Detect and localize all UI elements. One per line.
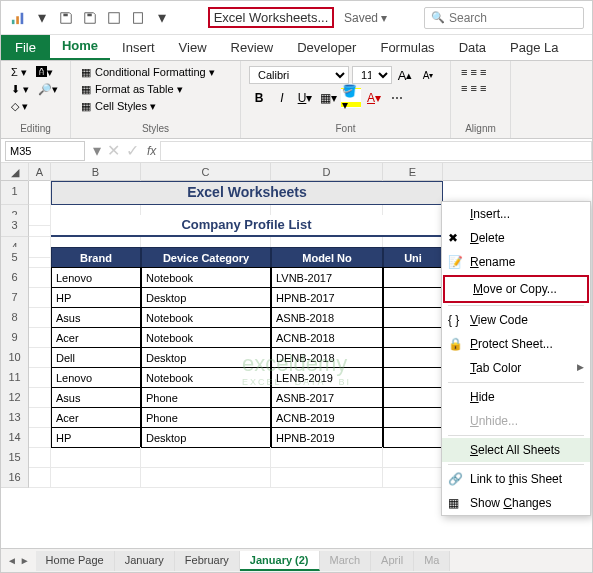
search-box[interactable]: 🔍: [424, 7, 584, 29]
italic-button[interactable]: I: [272, 88, 292, 108]
fill-button[interactable]: ⬇ ▾ 🔎▾: [9, 82, 62, 97]
format-table-button[interactable]: ▦Format as Table ▾: [79, 82, 232, 97]
save-status[interactable]: Saved ▾: [344, 11, 387, 25]
data-cell[interactable]: LVNB-2017: [271, 267, 383, 288]
clear-button[interactable]: ◇ ▾: [9, 99, 62, 114]
dropdown-icon[interactable]: ▾: [33, 9, 51, 27]
row-header[interactable]: 3: [1, 215, 29, 237]
data-cell[interactable]: HP: [51, 287, 141, 308]
row-header[interactable]: 10: [1, 347, 29, 368]
context-menu-item[interactable]: Link to this Sheet🔗: [442, 467, 590, 491]
data-cell[interactable]: Desktop: [141, 347, 271, 368]
data-cell[interactable]: [383, 367, 443, 388]
enter-icon[interactable]: ✓: [126, 141, 139, 160]
row-header[interactable]: 12: [1, 387, 29, 408]
data-cell[interactable]: Acer: [51, 407, 141, 428]
select-all-corner[interactable]: ◢: [1, 163, 29, 181]
data-cell[interactable]: HPNB-2019: [271, 427, 383, 448]
save-alt-icon[interactable]: [81, 9, 99, 27]
file-tab[interactable]: File: [1, 35, 50, 60]
context-menu-item[interactable]: Rename📝: [442, 250, 590, 274]
row-header[interactable]: 6: [1, 267, 29, 288]
data-cell[interactable]: LENB-2019: [271, 367, 383, 388]
bold-button[interactable]: B: [249, 88, 269, 108]
row-header[interactable]: 11: [1, 367, 29, 388]
row-header[interactable]: 8: [1, 307, 29, 328]
more-icon[interactable]: ▾: [153, 9, 171, 27]
data-cell[interactable]: Asus: [51, 387, 141, 408]
context-menu-item[interactable]: Protect Sheet...🔒: [442, 332, 590, 356]
col-b[interactable]: B: [51, 163, 141, 181]
row-header[interactable]: 13: [1, 407, 29, 428]
cond-format-button[interactable]: ▦Conditional Formatting ▾: [79, 65, 232, 80]
data-cell[interactable]: [383, 427, 443, 448]
tab-view[interactable]: View: [167, 35, 219, 60]
cancel-icon[interactable]: ✕: [107, 141, 120, 160]
data-cell[interactable]: [383, 327, 443, 348]
sheet-tab[interactable]: January (2): [240, 551, 320, 571]
data-cell[interactable]: HPNB-2017: [271, 287, 383, 308]
tab-data[interactable]: Data: [447, 35, 498, 60]
data-cell[interactable]: [383, 347, 443, 368]
tab-formulas[interactable]: Formulas: [368, 35, 446, 60]
col-e[interactable]: E: [383, 163, 443, 181]
row-header[interactable]: 5: [1, 247, 29, 268]
row-header[interactable]: 15: [1, 447, 29, 468]
data-cell[interactable]: Desktop: [141, 287, 271, 308]
tab-developer[interactable]: Developer: [285, 35, 368, 60]
data-cell[interactable]: [383, 267, 443, 288]
data-cell[interactable]: Phone: [141, 407, 271, 428]
data-cell[interactable]: Asus: [51, 307, 141, 328]
decrease-font-button[interactable]: A▾: [418, 65, 438, 85]
data-cell[interactable]: DENB-2018: [271, 347, 383, 368]
data-cell[interactable]: Notebook: [141, 307, 271, 328]
tab-insert[interactable]: Insert: [110, 35, 167, 60]
data-cell[interactable]: [383, 387, 443, 408]
row-header[interactable]: 7: [1, 287, 29, 308]
border-button[interactable]: ▦▾: [318, 88, 338, 108]
data-cell[interactable]: ASNB-2017: [271, 387, 383, 408]
tab-review[interactable]: Review: [219, 35, 286, 60]
data-cell[interactable]: Notebook: [141, 267, 271, 288]
context-menu-item[interactable]: View Code{ }: [442, 308, 590, 332]
context-menu-item[interactable]: Delete✖: [442, 226, 590, 250]
data-cell[interactable]: ASNB-2018: [271, 307, 383, 328]
row-header[interactable]: 1: [1, 181, 29, 205]
tab-home[interactable]: Home: [50, 33, 110, 60]
data-cell[interactable]: Lenovo: [51, 367, 141, 388]
sheet-tab[interactable]: January: [115, 551, 175, 571]
data-cell[interactable]: Desktop: [141, 427, 271, 448]
context-menu-item[interactable]: Hide: [442, 385, 590, 409]
data-cell[interactable]: Dell: [51, 347, 141, 368]
font-name-select[interactable]: Calibri: [249, 66, 349, 84]
col-d[interactable]: D: [271, 163, 383, 181]
row-header[interactable]: 16: [1, 467, 29, 488]
data-cell[interactable]: Notebook: [141, 367, 271, 388]
font-dialog-button[interactable]: ⋯: [387, 88, 407, 108]
cell-styles-button[interactable]: ▦Cell Styles ▾: [79, 99, 232, 114]
data-cell[interactable]: Notebook: [141, 327, 271, 348]
data-cell[interactable]: [383, 407, 443, 428]
font-color-button[interactable]: A▾: [364, 88, 384, 108]
autosave-icon[interactable]: [9, 9, 27, 27]
data-cell[interactable]: ACNB-2018: [271, 327, 383, 348]
data-cell[interactable]: [383, 307, 443, 328]
align-left-button[interactable]: ≡ ≡ ≡: [459, 81, 502, 95]
sheet-tab[interactable]: March: [320, 551, 372, 571]
context-menu-item[interactable]: Select All Sheets: [442, 438, 590, 462]
data-cell[interactable]: Lenovo: [51, 267, 141, 288]
search-input[interactable]: [449, 11, 577, 25]
sheet-tab[interactable]: February: [175, 551, 240, 571]
fx-label[interactable]: fx: [147, 144, 156, 158]
font-size-select[interactable]: 11: [352, 66, 392, 84]
data-cell[interactable]: Acer: [51, 327, 141, 348]
undo-icon[interactable]: [105, 9, 123, 27]
tab-pagelayout[interactable]: Page La: [498, 35, 570, 60]
context-menu-item[interactable]: Show Changes▦: [442, 491, 590, 515]
fill-color-button[interactable]: 🪣▾: [341, 88, 361, 108]
formula-dropdown-icon[interactable]: ▾: [93, 141, 101, 160]
col-a[interactable]: A: [29, 163, 51, 181]
row-header[interactable]: 9: [1, 327, 29, 348]
sheet-tab[interactable]: April: [371, 551, 414, 571]
data-cell[interactable]: ACNB-2019: [271, 407, 383, 428]
